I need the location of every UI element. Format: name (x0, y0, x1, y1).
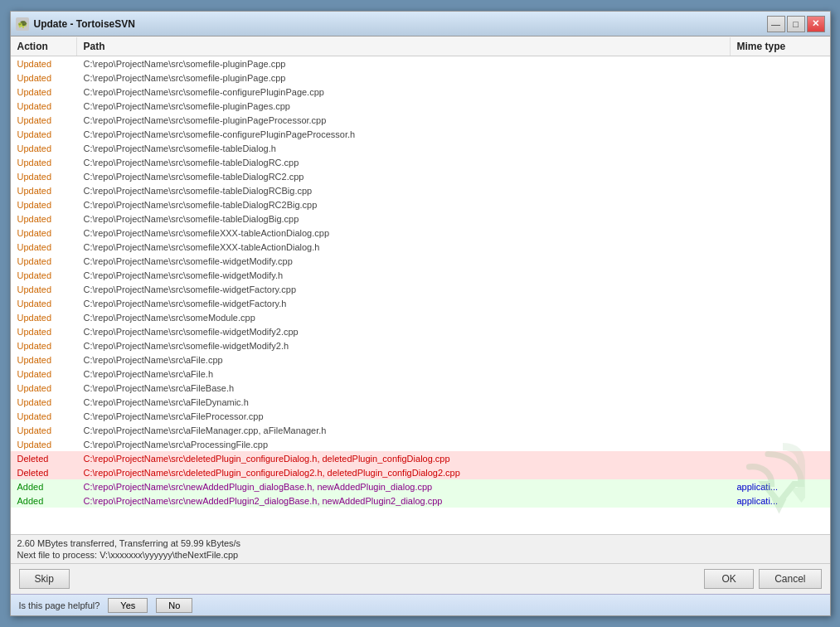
row-path: C:\repo\ProjectName\src\somefile-widgetM… (77, 326, 731, 338)
row-action: Updated (11, 255, 77, 267)
row-action: Updated (11, 425, 77, 436)
row-action: Updated (11, 439, 77, 450)
helpful-label: Is this page helpful? (19, 600, 100, 610)
row-action: Updated (11, 396, 77, 408)
helpful-bar: Is this page helpful? Yes No (11, 594, 830, 615)
title-bar: 🐢 Update - TortoiseSVN — □ ✕ (11, 12, 830, 36)
table-body[interactable]: UpdatedC:\repo\ProjectName\src\somefile-… (11, 56, 830, 534)
row-path: C:\repo\ProjectName\src\aFileDynamic.h (77, 396, 731, 408)
row-path: C:\repo\ProjectName\src\somefileXXX-tabl… (77, 241, 731, 253)
column-path-header: Path (77, 37, 731, 56)
table-row[interactable]: UpdatedC:\repo\ProjectName\src\somefile-… (11, 211, 830, 226)
table-row[interactable]: UpdatedC:\repo\ProjectName\src\aFile.cpp (11, 352, 830, 367)
row-mime (731, 119, 830, 121)
row-path: C:\repo\ProjectName\src\aProcessingFile.… (77, 439, 731, 450)
table-row[interactable]: UpdatedC:\repo\ProjectName\src\aFile.h (11, 367, 830, 381)
row-action: Updated (11, 340, 77, 352)
table-row[interactable]: UpdatedC:\repo\ProjectName\src\somefile-… (11, 338, 830, 352)
row-mime (731, 345, 830, 347)
row-path: C:\repo\ProjectName\src\deletedPlugin_co… (77, 467, 731, 479)
table-row[interactable]: UpdatedC:\repo\ProjectName\src\somefile-… (11, 197, 830, 211)
row-path: C:\repo\ProjectName\src\somefile-widgetM… (77, 270, 731, 281)
app-icon: 🐢 (16, 17, 29, 31)
row-mime (731, 260, 830, 262)
ok-button[interactable]: OK (704, 569, 754, 589)
row-mime (731, 105, 830, 107)
table-row[interactable]: UpdatedC:\repo\ProjectName\src\somefileX… (11, 240, 830, 254)
table-row[interactable]: UpdatedC:\repo\ProjectName\src\somefile-… (11, 296, 830, 310)
table-row[interactable]: AddedC:\repo\ProjectName\src\newAddedPlu… (11, 479, 830, 493)
row-action: Updated (11, 129, 77, 140)
row-action: Updated (11, 157, 77, 168)
row-mime (731, 246, 830, 248)
table-row[interactable]: UpdatedC:\repo\ProjectName\src\somefile-… (11, 99, 830, 113)
table-row[interactable]: UpdatedC:\repo\ProjectName\src\aProcessi… (11, 437, 830, 451)
table-row[interactable]: UpdatedC:\repo\ProjectName\src\somefile-… (11, 183, 830, 197)
row-path: C:\repo\ProjectName\src\somefileXXX-tabl… (77, 227, 731, 239)
row-mime (731, 317, 830, 318)
table-row[interactable]: UpdatedC:\repo\ProjectName\src\somefile-… (11, 169, 830, 183)
content-area: Action Path Mime type UpdatedC:\repo\Pro… (11, 36, 830, 534)
table-row[interactable]: DeletedC:\repo\ProjectName\src\deletedPl… (11, 465, 830, 479)
row-mime (731, 148, 830, 149)
table-row[interactable]: UpdatedC:\repo\ProjectName\src\somefile-… (11, 268, 830, 282)
table-row[interactable]: UpdatedC:\repo\ProjectName\src\somefile-… (11, 141, 830, 155)
table-row[interactable]: UpdatedC:\repo\ProjectName\src\somefile-… (11, 324, 830, 338)
row-path: C:\repo\ProjectName\src\somefile-tableDi… (77, 171, 731, 182)
row-action: Updated (11, 298, 77, 309)
row-path: C:\repo\ProjectName\src\somefile-tableDi… (77, 199, 731, 211)
row-path: C:\repo\ProjectName\src\somefile-configu… (77, 86, 731, 98)
table-row[interactable]: UpdatedC:\repo\ProjectName\src\aFileDyna… (11, 395, 830, 409)
row-path: C:\repo\ProjectName\src\someModule.cpp (77, 312, 731, 323)
no-button[interactable]: No (156, 598, 192, 613)
table-row[interactable]: UpdatedC:\repo\ProjectName\src\somefile-… (11, 113, 830, 127)
row-action: Updated (11, 114, 77, 126)
close-button[interactable]: ✕ (807, 16, 825, 32)
row-action: Updated (11, 213, 77, 225)
table-row[interactable]: UpdatedC:\repo\ProjectName\src\aFileProc… (11, 409, 830, 423)
row-mime (731, 331, 830, 333)
table-row[interactable]: UpdatedC:\repo\ProjectName\src\somefile-… (11, 127, 830, 141)
row-action: Updated (11, 185, 77, 197)
row-path: C:\repo\ProjectName\src\somefile-tableDi… (77, 143, 731, 154)
main-window: 🐢 Update - TortoiseSVN — □ ✕ Action Path… (10, 11, 831, 616)
table-row[interactable]: UpdatedC:\repo\ProjectName\src\somefile-… (11, 56, 830, 70)
table-row[interactable]: DeletedC:\repo\ProjectName\src\deletedPl… (11, 451, 830, 465)
table-row[interactable]: UpdatedC:\repo\ProjectName\src\somefile-… (11, 282, 830, 296)
table-container: Action Path Mime type UpdatedC:\repo\Pro… (11, 36, 830, 534)
row-path: C:\repo\ProjectName\src\somefile-pluginP… (77, 58, 731, 70)
table-row[interactable]: UpdatedC:\repo\ProjectName\src\somefileX… (11, 226, 830, 240)
row-mime (731, 204, 830, 206)
table-row[interactable]: UpdatedC:\repo\ProjectName\src\aFileMana… (11, 423, 830, 437)
table-row[interactable]: UpdatedC:\repo\ProjectName\src\somefile-… (11, 254, 830, 268)
title-bar-buttons: — □ ✕ (767, 16, 825, 32)
table-row[interactable]: UpdatedC:\repo\ProjectName\src\somefile-… (11, 70, 830, 85)
row-mime: applicati... (731, 481, 830, 493)
row-action: Updated (11, 227, 77, 239)
row-mime (731, 416, 830, 417)
row-path: C:\repo\ProjectName\src\newAddedPlugin2_… (77, 495, 731, 507)
table-row[interactable]: UpdatedC:\repo\ProjectName\src\someModul… (11, 310, 830, 324)
table-row[interactable]: UpdatedC:\repo\ProjectName\src\somefile-… (11, 85, 830, 99)
row-mime (731, 444, 830, 445)
table-row[interactable]: UpdatedC:\repo\ProjectName\src\somefile-… (11, 155, 830, 169)
row-mime: applicati... (731, 495, 830, 507)
row-path: C:\repo\ProjectName\src\somefile-widgetM… (77, 255, 731, 267)
column-action-header: Action (11, 37, 77, 56)
row-action: Updated (11, 411, 77, 422)
row-mime (731, 63, 830, 65)
row-mime (731, 458, 830, 459)
row-path: C:\repo\ProjectName\src\aFileBase.h (77, 382, 731, 394)
yes-button[interactable]: Yes (108, 598, 148, 613)
minimize-button[interactable]: — (767, 16, 785, 32)
table-row[interactable]: UpdatedC:\repo\ProjectName\src\aFileBase… (11, 381, 830, 395)
row-path: C:\repo\ProjectName\src\newAddedPlugin_d… (77, 481, 731, 493)
skip-button[interactable]: Skip (19, 569, 70, 589)
row-action: Updated (11, 143, 77, 154)
row-action: Updated (11, 284, 77, 295)
maximize-button[interactable]: □ (787, 16, 805, 32)
table-row[interactable]: AddedC:\repo\ProjectName\src\newAddedPlu… (11, 493, 830, 508)
row-mime (731, 373, 830, 375)
row-action: Updated (11, 72, 77, 84)
cancel-button[interactable]: Cancel (759, 569, 821, 589)
